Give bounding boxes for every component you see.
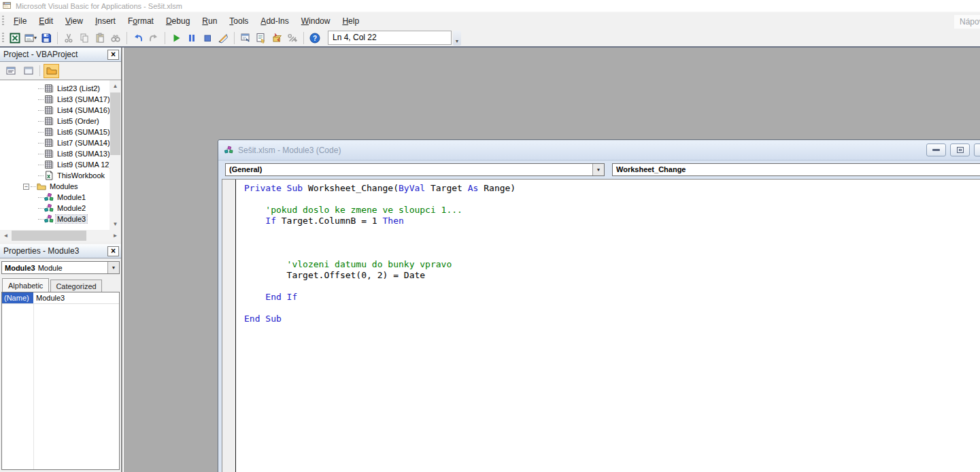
code-line-3[interactable]: 'pokud doslo ke zmene ve sloupci 1... [244, 205, 980, 216]
menu-edit[interactable]: Edit [33, 13, 59, 29]
tree-item-list7-suma14[interactable]: List7 (SUMA14) [0, 137, 109, 148]
tree-item-list5-order[interactable]: List5 (Order) [0, 116, 109, 127]
tab-categorized[interactable]: Categorized [50, 280, 101, 292]
module-icon [224, 146, 233, 154]
tree-item-modules[interactable]: −Modules [0, 181, 109, 192]
scrollbar-thumb[interactable] [12, 231, 86, 241]
design-mode-button[interactable] [216, 31, 231, 46]
toggle-folders-button[interactable] [44, 64, 59, 78]
view-object-small-button[interactable] [20, 64, 36, 78]
module-icon [44, 214, 54, 224]
tree-item-module3[interactable]: Module3 [0, 214, 109, 224]
code-editor[interactable]: Private Sub Worksheet_Change(ByVal Targe… [236, 180, 980, 472]
menu-help[interactable]: Help [336, 13, 365, 29]
view-code-button[interactable] [3, 64, 18, 78]
property-row[interactable]: (Name)Module3 [2, 292, 119, 304]
procedure-dropdown-value: Worksheet_Change [616, 165, 686, 173]
help-search-box[interactable]: Nápově [954, 15, 980, 29]
scroll-left-icon[interactable]: ◄ [0, 230, 12, 241]
code-token-keyword: End Sub [244, 314, 282, 324]
code-line-9[interactable]: Target.Offset(0, 2) = Date [244, 270, 980, 281]
scroll-up-icon[interactable]: ▲ [109, 80, 121, 92]
property-value[interactable]: Module3 [33, 292, 119, 303]
code-line-13[interactable]: End Sub [244, 314, 980, 324]
chevron-down-icon[interactable]: ▼ [592, 164, 604, 175]
worksheet-icon [44, 116, 54, 126]
menu-file[interactable]: File [7, 13, 33, 29]
minimize-icon [932, 149, 940, 151]
restore-button[interactable] [950, 144, 970, 156]
scrollbar-thumb[interactable] [110, 92, 120, 155]
tree-item-list3-suma17[interactable]: List3 (SUMA17) [0, 94, 109, 105]
code-margin-bar[interactable] [222, 180, 236, 472]
tree-item-module1[interactable]: Module1 [0, 192, 109, 203]
code-line-5[interactable] [244, 226, 980, 237]
menu-window[interactable]: Window [295, 13, 337, 29]
code-line-8[interactable]: 'vlozeni datumu do bunky vpravo [244, 259, 980, 270]
code-line-10[interactable] [244, 281, 980, 292]
code-line-1[interactable]: Private Sub Worksheet_Change(ByVal Targe… [244, 183, 980, 194]
code-line-6[interactable] [244, 237, 980, 248]
scroll-right-icon[interactable]: ► [109, 230, 121, 241]
scroll-down-icon[interactable]: ▼ [109, 218, 121, 230]
chevron-down-icon[interactable]: ▼ [107, 262, 119, 273]
tree-vertical-scrollbar[interactable]: ▲ ▼ [109, 80, 121, 230]
tree-item-list23-list2[interactable]: List23 (List2) [0, 83, 109, 94]
minimize-button[interactable] [926, 144, 946, 156]
tree-item-label: List4 (SUMA16) [56, 106, 109, 114]
menu-tools[interactable]: Tools [223, 13, 254, 29]
code-line-2[interactable] [244, 194, 980, 205]
code-token-plain [244, 216, 265, 226]
reset-button[interactable] [200, 31, 215, 46]
property-name[interactable]: (Name) [2, 292, 33, 303]
procedure-dropdown[interactable]: Worksheet_Change [612, 163, 980, 176]
help-button[interactable]: ? [307, 31, 322, 46]
window-titlebar: Microsoft Visual Basic for Applications … [0, 0, 980, 12]
project-close-button[interactable]: × [107, 50, 119, 60]
reset-icon [202, 33, 213, 44]
menubar-grip[interactable] [2, 16, 4, 27]
tree-item-list6-suma15[interactable]: List6 (SUMA15) [0, 127, 109, 137]
code-window-titlebar[interactable]: Sešit.xlsm - Module3 (Code) × [218, 140, 980, 161]
menu-run[interactable]: Run [196, 13, 223, 29]
dropdown-arrow-icon[interactable]: ▼ [33, 35, 38, 40]
menu-view[interactable]: View [59, 13, 89, 29]
tree-horizontal-scrollbar[interactable]: ◄ ► [0, 230, 121, 241]
menu-debug[interactable]: Debug [160, 13, 196, 29]
code-line-12[interactable] [244, 303, 980, 314]
menu-format[interactable]: Format [122, 13, 160, 29]
view-object-button[interactable]: ▼ [23, 31, 38, 46]
code-token-comment: 'vlozeni datumu do bunky vpravo [244, 259, 452, 269]
menu-insert[interactable]: Insert [89, 13, 122, 29]
code-line-11[interactable]: End If [244, 292, 980, 303]
toolbar-grip[interactable] [2, 33, 4, 44]
toolbar-overflow-button[interactable]: ▼ [453, 31, 461, 46]
menu-addins[interactable]: Add-Ins [254, 13, 294, 29]
toolbar-separator [39, 65, 40, 76]
object-browser-button[interactable] [269, 31, 284, 46]
close-button[interactable]: × [974, 144, 980, 156]
collapse-expander-icon[interactable]: − [23, 184, 29, 190]
tree-item-list4-suma16[interactable]: List4 (SUMA16) [0, 105, 109, 116]
object-dropdown[interactable]: (General) ▼ [225, 163, 605, 176]
undo-button[interactable] [131, 31, 146, 46]
project-explorer-button[interactable] [238, 31, 253, 46]
cursor-position-indicator[interactable]: Ln 4, Col 22 [328, 31, 452, 45]
properties-window-button[interactable] [254, 31, 269, 46]
tree-item-list9-suma-12[interactable]: List9 (SUMA 12) [0, 159, 109, 170]
tab-alphabetic[interactable]: Alphabetic [2, 278, 49, 292]
tree-item-thisworkbook[interactable]: ThisWorkbook [0, 170, 109, 181]
code-line-7[interactable] [244, 248, 980, 259]
code-token-keyword: Private Sub [244, 183, 303, 193]
tree-item-module2[interactable]: Module2 [0, 203, 109, 214]
code-line-4[interactable]: If Target.ColumnB = 1 Then [244, 216, 980, 226]
save-button[interactable] [39, 31, 54, 46]
tree-item-label: List23 (List2) [56, 84, 101, 92]
tree-item-list8-suma13[interactable]: List8 (SUMA13) [0, 148, 109, 159]
properties-close-button[interactable]: × [107, 246, 119, 256]
worksheet-icon [44, 84, 54, 93]
run-button[interactable] [169, 31, 184, 46]
break-button[interactable] [184, 31, 199, 46]
object-selector-dropdown[interactable]: Module3 Module ▼ [1, 261, 120, 274]
view-excel-button[interactable] [7, 31, 22, 46]
